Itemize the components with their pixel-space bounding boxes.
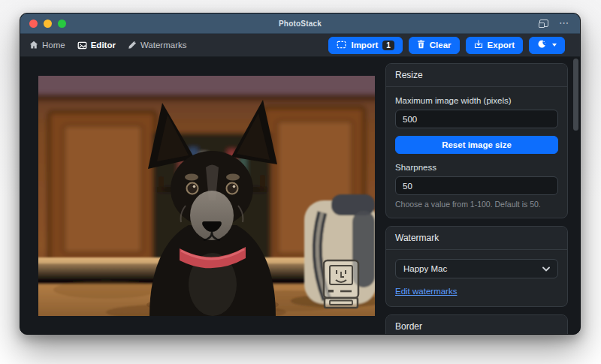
- watermark-selected-option: Happy Mac: [403, 264, 447, 273]
- dog-photo: [38, 76, 375, 316]
- main-content: Resize Maximum image width (pixels) Rese…: [20, 57, 580, 335]
- resize-card-title: Resize: [386, 64, 567, 87]
- chevron-down-icon: [552, 44, 557, 47]
- watermark-card: Watermark Happy Mac Edit watermarks: [385, 226, 568, 307]
- import-count-badge: 1: [382, 41, 394, 50]
- edit-watermarks-link[interactable]: Edit watermarks: [395, 287, 457, 296]
- traffic-lights: [29, 20, 66, 28]
- window-menu-button[interactable]: ⋯: [559, 20, 569, 27]
- pencil-icon: [128, 41, 137, 50]
- app-window: PhotoStack ⋯ Home Editor: [20, 13, 581, 335]
- minimize-window-button[interactable]: [44, 20, 52, 28]
- watermark-select[interactable]: Happy Mac: [395, 259, 558, 278]
- nav-item-home[interactable]: Home: [29, 41, 65, 50]
- chevron-down-icon: [542, 264, 550, 273]
- sidebar-scrollbar[interactable]: [573, 59, 578, 131]
- reset-image-size-button[interactable]: Reset image size: [395, 136, 558, 154]
- border-card: Border: [385, 314, 568, 335]
- settings-sidebar: Resize Maximum image width (pixels) Rese…: [385, 63, 568, 335]
- box-arrow-down-icon: [474, 40, 483, 50]
- toolbar: Home Editor Watermarks Import: [20, 34, 580, 57]
- export-button[interactable]: Export: [466, 37, 523, 54]
- sharpness-input[interactable]: [395, 176, 558, 195]
- nav-item-label: Editor: [91, 41, 116, 50]
- max-width-label: Maximum image width (pixels): [395, 96, 558, 105]
- import-label: Import: [351, 41, 378, 50]
- import-button[interactable]: Import 1: [328, 37, 402, 54]
- titlebar: PhotoStack ⋯: [20, 14, 580, 34]
- resize-card: Resize Maximum image width (pixels) Rese…: [385, 63, 568, 218]
- close-window-button[interactable]: [29, 20, 38, 28]
- image-icon: [77, 41, 87, 50]
- max-width-input[interactable]: [395, 110, 558, 128]
- photo-preview: [38, 76, 375, 316]
- window-title: PhotoStack: [20, 20, 580, 28]
- export-label: Export: [488, 41, 515, 50]
- watermark-overlay: [324, 260, 358, 308]
- nav-item-label: Home: [42, 41, 65, 50]
- trash-icon: [417, 40, 425, 50]
- nav-item-editor[interactable]: Editor: [77, 41, 116, 50]
- watermark-card-title: Watermark: [386, 227, 567, 250]
- import-icon: [337, 41, 346, 50]
- border-card-title: Border: [386, 315, 567, 335]
- nav-item-label: Watermarks: [140, 41, 187, 50]
- house-icon: [29, 41, 38, 50]
- nav-item-watermarks[interactable]: Watermarks: [128, 41, 187, 50]
- clear-button[interactable]: Clear: [409, 37, 460, 54]
- sharpness-help-text: Choose a value from 1-100. Default is 50…: [395, 200, 558, 209]
- zoom-window-button[interactable]: [58, 20, 66, 28]
- clear-label: Clear: [430, 41, 452, 50]
- theme-toggle-button[interactable]: [529, 37, 565, 54]
- picture-in-picture-icon[interactable]: [539, 20, 548, 27]
- moon-stars-icon: [537, 40, 546, 50]
- sharpness-label: Sharpness: [395, 163, 558, 172]
